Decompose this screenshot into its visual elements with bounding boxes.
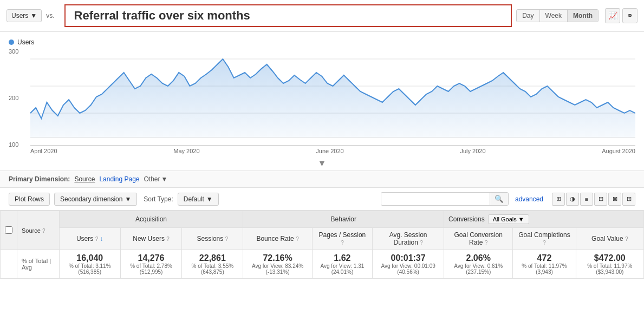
totals-checkbox-cell <box>1 250 17 279</box>
totals-pages-session-cell: 1.62 Avg for View: 1.31 (24.01%) <box>312 250 373 279</box>
table-view-icons: ⊞ ◑ ≡ ⊟ ⊠ ⊞ <box>552 193 635 206</box>
users-column-header: Users ? ↓ <box>59 228 120 250</box>
pivot-view-icon[interactable]: ⊠ <box>608 193 621 206</box>
default-sort-button[interactable]: Default ▼ <box>178 193 219 206</box>
acquisition-label: Acquisition <box>135 215 167 223</box>
landing-page-dimension-link[interactable]: Landing Page <box>99 175 139 183</box>
sort-chevron-icon: ▼ <box>206 195 213 203</box>
bounce-rate-column-header: Bounce Rate ? <box>243 228 312 250</box>
new-users-column-header: New Users ? <box>120 228 181 250</box>
goal-conversion-help-icon: ? <box>485 240 488 246</box>
month-button[interactable]: Month <box>568 10 598 22</box>
y-label-200: 200 <box>9 95 18 101</box>
y-label-300: 300 <box>9 48 18 55</box>
totals-row: % of Total | Avg 16,040 % of Total: 3.11… <box>1 250 644 279</box>
behavior-label: Behavior <box>331 215 356 223</box>
top-right-controls: Day Week Month 📈 ⚭ <box>516 8 638 23</box>
goal-completions-help-icon: ? <box>543 240 546 246</box>
pie-view-icon[interactable]: ◑ <box>566 193 579 206</box>
all-goals-label: All Goals <box>493 216 517 222</box>
pages-session-col-label: Pages / Session <box>319 231 366 239</box>
checkbox-header <box>1 211 17 250</box>
secondary-dimension-chevron-icon: ▼ <box>125 195 131 203</box>
day-button[interactable]: Day <box>517 10 539 22</box>
data-table: Source ? Acquisition Behavior Conversion… <box>0 211 644 279</box>
all-goals-chevron-icon: ▼ <box>518 216 524 222</box>
goal-completions-col-label: Goal Completions <box>518 231 570 239</box>
totals-bounce-rate-sub: Avg for View: 83.24% (-13.31%) <box>248 263 307 275</box>
x-label-august: August 2020 <box>602 148 635 154</box>
help-icon: ? <box>42 228 45 234</box>
search-input[interactable] <box>381 193 490 205</box>
line-chart-icon[interactable]: 📈 <box>605 8 620 23</box>
users-col-label: Users <box>76 235 93 242</box>
totals-goal-completions-cell: 472 % of Total: 11.97% (3,943) <box>513 250 576 279</box>
totals-sessions-value: 22,861 <box>186 253 238 263</box>
search-box: 🔍 <box>381 192 509 206</box>
new-users-help-icon: ? <box>166 236 170 242</box>
top-bar: Users ▼ vs. Referral traffic over six mo… <box>0 0 644 32</box>
totals-goal-value-cell: $472.00 % of Total: 11.97% ($3,943.00) <box>576 250 643 279</box>
behavior-group-header: Behavior <box>243 211 444 228</box>
totals-pages-session-sub: Avg for View: 1.31 (24.01%) <box>317 263 368 275</box>
source-dimension-link[interactable]: Source <box>74 175 95 183</box>
secondary-dimension-button[interactable]: Secondary dimension ▼ <box>54 193 137 206</box>
week-button[interactable]: Week <box>540 10 568 22</box>
users-sort-icon[interactable]: ↓ <box>100 235 103 242</box>
search-button[interactable]: 🔍 <box>490 193 508 205</box>
pages-session-help-icon: ? <box>341 240 344 246</box>
compare-view-icon[interactable]: ⊟ <box>594 193 607 206</box>
goal-conversion-column-header: Goal Conversion Rate ? <box>444 228 513 250</box>
scatter-chart-icon[interactable]: ⚭ <box>622 8 638 23</box>
totals-users-cell: 16,040 % of Total: 3.11% (516,385) <box>59 250 120 279</box>
advanced-link[interactable]: advanced <box>515 195 543 203</box>
custom-view-icon[interactable]: ⊞ <box>622 193 635 206</box>
goal-value-help-icon: ? <box>625 236 628 242</box>
line-chart-svg <box>30 48 635 146</box>
scroll-indicator[interactable]: ▼ <box>9 159 635 168</box>
conversions-group-header: Conversions All Goals ▼ <box>444 211 644 228</box>
totals-bounce-rate-cell: 72.16% Avg for View: 83.24% (-13.31%) <box>243 250 312 279</box>
totals-source-cell: % of Total | Avg <box>17 250 60 279</box>
users-chevron: ▼ <box>30 12 37 19</box>
y-label-100: 100 <box>9 141 18 148</box>
totals-users-sub: % of Total: 3.11% (516,385) <box>64 263 116 275</box>
vs-label: vs. <box>46 12 54 19</box>
bounce-rate-col-label: Bounce Rate <box>256 235 294 242</box>
source-label: Source <box>22 227 41 234</box>
totals-goal-completions-value: 472 <box>517 253 571 263</box>
goal-value-col-label: Goal Value <box>591 235 623 242</box>
plot-rows-button[interactable]: Plot Rows <box>9 193 50 206</box>
grid-view-icon[interactable]: ⊞ <box>552 193 565 206</box>
x-label-april: April 2020 <box>30 148 57 154</box>
select-all-checkbox[interactable] <box>5 226 12 234</box>
sessions-help-icon: ? <box>225 236 229 242</box>
x-label-may: May 2020 <box>173 148 199 154</box>
totals-users-value: 16,040 <box>64 253 116 263</box>
secondary-dimension-label: Secondary dimension <box>60 195 122 203</box>
totals-new-users-value: 14,276 <box>125 253 177 263</box>
x-label-july: July 2020 <box>460 148 485 154</box>
bar-view-icon[interactable]: ≡ <box>580 193 593 206</box>
acquisition-group-header: Acquisition <box>59 211 243 228</box>
x-label-june: June 2020 <box>316 148 343 154</box>
totals-goal-conversion-cell: 2.06% Avg for View: 0.61% (237.15%) <box>444 250 513 279</box>
totals-avg-session-cell: 00:01:37 Avg for View: 00:01:09 (40.56%) <box>373 250 444 279</box>
new-users-col-label: New Users <box>133 235 165 242</box>
users-dropdown[interactable]: Users ▼ <box>6 9 42 22</box>
all-goals-button[interactable]: All Goals ▼ <box>488 214 529 224</box>
y-axis: 300 200 100 <box>9 48 21 156</box>
sessions-column-header: Sessions ? <box>182 228 243 250</box>
sort-type-label: Sort Type: <box>144 195 173 203</box>
totals-goal-completions-sub: % of Total: 11.97% (3,943) <box>517 263 571 275</box>
primary-dimension-label: Primary Dimension: <box>9 175 70 183</box>
totals-bounce-rate-value: 72.16% <box>248 253 307 263</box>
time-period-group: Day Week Month <box>516 9 599 22</box>
other-label: Other <box>144 175 160 183</box>
totals-goal-conversion-value: 2.06% <box>448 253 508 263</box>
other-dimension-dropdown[interactable]: Other ▼ <box>144 175 167 183</box>
dimensions-bar: Primary Dimension: Source Landing Page O… <box>0 170 644 188</box>
totals-avg-session-value: 00:01:37 <box>377 253 439 263</box>
chart-legend: Users <box>9 38 635 46</box>
goal-value-column-header: Goal Value ? <box>576 228 643 250</box>
